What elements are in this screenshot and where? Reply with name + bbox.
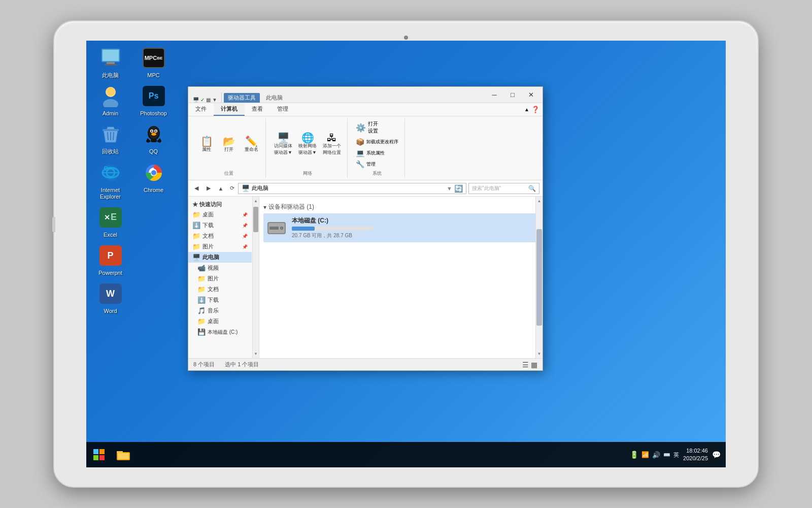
content-scrollbar[interactable]: ▲ ▼ (535, 197, 543, 358)
btn-map-network[interactable]: 🌐 映射网络驱动器▼ (296, 132, 319, 157)
btn-manage[interactable]: 🔧 管理 (354, 159, 400, 169)
svg-rect-35 (118, 453, 129, 459)
back-btn[interactable]: ◀ (191, 183, 201, 194)
tray-lang-icon[interactable]: 英 (673, 451, 679, 459)
clock[interactable]: 18:02:46 2020/2/25 (683, 447, 708, 463)
statusbar-view-btns: ☰ ▦ (522, 361, 537, 369)
btn-rename[interactable]: ✏️ 重命名 (241, 135, 261, 154)
tab-view[interactable]: 查看 (245, 103, 270, 116)
sidebar-scrollbar[interactable]: ▲ ▼ (252, 197, 259, 358)
chevron-down-icon: ▾ (263, 204, 266, 211)
tab-file[interactable]: 文件 (188, 103, 214, 116)
file-explorer-window: 🖥️ ✓ ▦ ▼ 驱动器工具 此电脑 (188, 86, 543, 371)
refresh-icon: ⟳ (228, 183, 236, 194)
sidebar-documents[interactable]: 📁 文档 (188, 284, 252, 295)
ribbon-collapse-btn[interactable]: ▲ (524, 107, 529, 112)
svg-point-17 (151, 133, 156, 136)
tray-icons: 🔋 📶 🔊 ⌨️ 英 (630, 451, 679, 459)
desktop: 此电脑 MPCBE MPC (86, 41, 726, 467)
view-grid-icon[interactable]: ▦ (531, 361, 537, 369)
up-btn[interactable]: ▲ (216, 183, 226, 194)
sidebar-downloads-quick[interactable]: ⬇️ 下载 📌 (188, 220, 252, 231)
drive-icon-hdd (266, 218, 287, 238)
svg-point-5 (103, 99, 118, 107)
statusbar: 8 个项目 选中 1 个项目 ☰ ▦ (188, 358, 543, 370)
btn-open-settings[interactable]: ⚙️ 打开设置 (354, 119, 400, 136)
address-bar[interactable]: 🖥️ 此电脑 ▼ 🔄 (238, 183, 466, 194)
statusbar-total: 8 个项目 (193, 361, 215, 368)
tray-volume-icon[interactable]: 🔊 (652, 451, 660, 459)
ribbon-tabs: 文件 计算机 查看 管理 ▲ ❓ (188, 103, 543, 116)
tab-manage[interactable]: 管理 (270, 103, 295, 116)
desktop-icon-excel[interactable]: ✕E Excel (91, 205, 129, 238)
desktop-icon-chrome[interactable]: Chrome (134, 161, 173, 200)
sidebar-this-pc[interactable]: 🖥️ 此电脑 (188, 252, 252, 263)
desktop-icon-word[interactable]: W Word (91, 281, 129, 314)
btn-uninstall[interactable]: 📦 卸载或更改程序 (354, 137, 400, 147)
desktop-icon-this-pc[interactable]: 此电脑 (91, 46, 129, 79)
start-button[interactable] (86, 442, 112, 467)
btn-access-media[interactable]: 🖥️ 访问媒体驱动器▼ (272, 132, 294, 157)
tray-keyboard-icon[interactable]: ⌨️ (663, 452, 670, 458)
search-icon: 🔍 (528, 185, 536, 192)
desktop-icon-mpc[interactable]: MPCBE MPC (134, 46, 173, 79)
svg-point-15 (151, 131, 152, 132)
sidebar-downloads[interactable]: ⬇️ 下载 (188, 295, 252, 305)
help-btn[interactable]: ❓ (531, 106, 539, 113)
desktop-icon-recycle[interactable]: 回收站 (91, 122, 129, 155)
view-list-icon[interactable]: ☰ (522, 361, 529, 369)
desktop-icon-qq[interactable]: QQ (134, 122, 173, 155)
navbar: ◀ ▶ ▲ ⟳ 🖥️ 此电脑 ▼ 🔄 搜索"此电脑" 🔍 (188, 180, 543, 197)
close-button[interactable]: ✕ (522, 88, 540, 102)
maximize-button[interactable]: □ (503, 88, 522, 102)
section-header-drives: ▾ 设备和驱动器 (1) (263, 201, 538, 213)
minimize-button[interactable]: ─ (485, 88, 503, 102)
tb-dropdown[interactable]: ▼ (212, 97, 217, 103)
svg-line-10 (113, 132, 114, 140)
desktop-icons: 此电脑 MPCBE MPC (91, 46, 173, 316)
power-button[interactable] (52, 217, 55, 232)
ribbon-tool-tab[interactable]: 驱动器工具 (228, 94, 256, 101)
svg-line-9 (108, 132, 108, 140)
sidebar-pictures[interactable]: 📁 图片 (188, 273, 252, 284)
sidebar-videos[interactable]: 📹 视频 (188, 263, 252, 273)
tb-icon-monitor: 🖥️ (193, 97, 199, 103)
sidebar: ▲ ▼ ★ 快速访问 📁 桌面 📌 (188, 197, 259, 358)
search-bar[interactable]: 搜索"此电脑" 🔍 (468, 183, 539, 194)
tray-battery-icon[interactable]: 🔋 (630, 451, 638, 459)
sidebar-desktop[interactable]: 📁 桌面 (188, 316, 252, 327)
fe-content: ▾ 设备和驱动器 (1) (259, 197, 543, 358)
desktop-icon-ie[interactable]: e Internet Explorer (91, 161, 129, 200)
svg-rect-34 (117, 451, 123, 453)
svg-text:e: e (104, 164, 108, 172)
svg-rect-2 (107, 62, 115, 64)
svg-rect-1 (103, 50, 119, 61)
notification-icon[interactable]: 💬 (712, 451, 721, 459)
ribbon-group-network: 🖥️ 访问媒体驱动器▼ 🌐 映射网络驱动器▼ 🖧 添加一个网络位置 (268, 118, 348, 178)
sidebar-pictures-quick[interactable]: 📁 图片 📌 (188, 241, 252, 252)
btn-open[interactable]: 📂 打开 (219, 135, 239, 154)
sidebar-music[interactable]: 🎵 音乐 (188, 305, 252, 316)
ribbon: 文件 计算机 查看 管理 ▲ ❓ (188, 103, 543, 180)
btn-add-network[interactable]: 🖧 添加一个网络位置 (321, 132, 343, 157)
statusbar-selected: 选中 1 个项目 (225, 361, 259, 368)
sidebar-local-disk[interactable]: 💾 本地磁盘 (C:) (188, 327, 252, 337)
taskbar-file-explorer-btn[interactable] (112, 442, 134, 467)
desktop-icon-admin[interactable]: Admin (91, 84, 129, 117)
tab-computer[interactable]: 计算机 (214, 103, 245, 116)
drive-bar-c (292, 227, 373, 231)
tray-wifi-icon[interactable]: 📶 (641, 451, 649, 458)
sidebar-desktop-quick[interactable]: 📁 桌面 📌 (188, 209, 252, 220)
svg-rect-31 (269, 227, 279, 230)
desktop-icon-photoshop[interactable]: Ps Photoshop (134, 84, 173, 117)
btn-system-props[interactable]: 💻 系统属性 (354, 148, 400, 158)
clock-date: 2020/2/25 (683, 455, 708, 462)
sidebar-docs-quick[interactable]: 📁 文档 📌 (188, 231, 252, 241)
drive-item-c[interactable]: 本地磁盘 (C:) 20.7 GB 可用，共 28.7 GB (263, 213, 538, 242)
tb-icon-check: ✓ (200, 97, 205, 103)
drive-bar-fill-c (292, 227, 315, 231)
btn-properties[interactable]: 📋 属性 (196, 135, 217, 154)
desktop-icon-powerpoint[interactable]: P Powerpnt (91, 243, 129, 276)
ribbon-group-location: 📋 属性 📂 打开 ✏️ 重命名 (192, 118, 266, 178)
forward-btn[interactable]: ▶ (204, 183, 214, 194)
